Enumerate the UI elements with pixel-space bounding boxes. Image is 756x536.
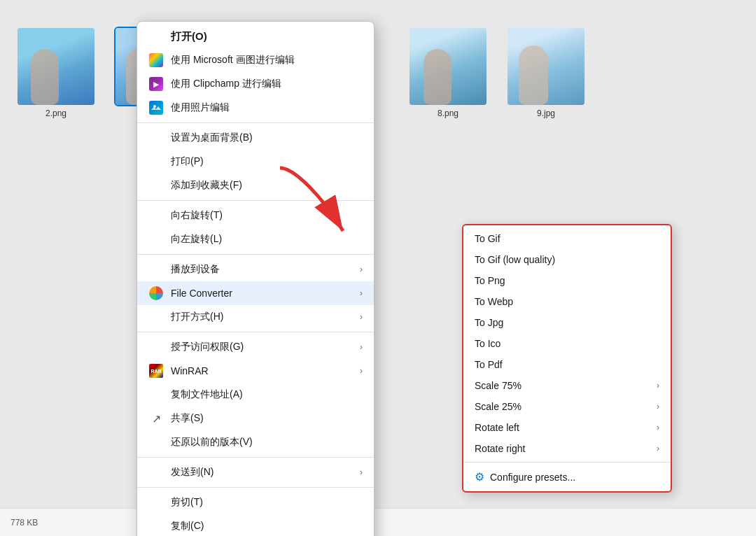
cast-icon [148,262,164,277]
submenu-rotate-left[interactable]: Rotate left › [463,417,671,438]
submenu-to-gif[interactable]: To Gif [463,228,671,249]
ctx-send-to[interactable]: 发送到(N) › [137,460,374,484]
configure-label: Configure presets... [490,472,575,483]
ctx-open-label: 打开(O) [171,30,363,43]
rotate-right-label: Rotate right [475,443,525,454]
ctx-print[interactable]: 打印(P) [137,150,374,174]
thumb-image-2png [18,28,94,105]
ctx-photos-label: 使用照片编辑 [171,101,363,114]
submenu-to-jpg[interactable]: To Jpg [463,312,671,333]
ctx-rotate-right-label: 向右旋转(T) [171,209,363,222]
favorites-icon [148,178,164,193]
file-item-2png[interactable]: 2.png [14,28,98,118]
ctx-fileconv[interactable]: File Converter › [137,281,374,305]
rotate-left-label: Rotate left [475,422,519,433]
ctx-photos[interactable]: 使用照片编辑 [137,96,374,120]
ctx-open-with[interactable]: 打开方式(H) › [137,305,374,329]
to-webp-label: To Webp [475,296,513,307]
rotate-left-arrow: › [657,423,659,432]
submenu-to-png[interactable]: To Png [463,270,671,291]
ctx-copy-path[interactable]: 复制文件地址(A) [137,383,374,407]
ctx-fileconv-label: File Converter [171,288,353,299]
ctx-print-label: 打印(P) [171,155,363,168]
ctx-cut[interactable]: 剪切(T) [137,491,374,514]
open-icon [148,29,164,44]
ctx-open-with-label: 打开方式(H) [171,311,353,323]
thumb-image-8png [410,28,486,105]
ctx-cut-label: 剪切(T) [171,496,363,509]
ctx-copy-path-label: 复制文件地址(A) [171,388,363,401]
mspaint-icon [148,52,164,68]
ctx-mspaint[interactable]: 使用 Microsoft 画图进行编辑 [137,48,374,72]
file-label-8png: 8.png [438,108,458,118]
file-thumb-8png [410,28,486,105]
copy-icon [148,519,164,534]
submenu-scale-75[interactable]: Scale 75% › [463,375,671,396]
submenu-configure[interactable]: ⚙ Configure presets... [463,465,671,488]
ctx-favorites[interactable]: 添加到收藏夹(F) [137,174,374,197]
context-menu: 打开(O) 使用 Microsoft 画图进行编辑 ▶ 使用 Clipchamp… [136,21,374,536]
ctx-grant-access[interactable]: 授予访问权限(G) › [137,335,374,359]
file-size-label: 778 KB [10,518,38,528]
status-bar: 778 KB [0,508,756,536]
to-jpg-label: To Jpg [475,317,503,328]
rotate-left-icon [148,232,164,247]
to-pdf-label: To Pdf [475,359,503,370]
file-thumb-2png [18,28,94,105]
submenu-sep [463,462,671,463]
share-icon: ↗ [148,411,164,426]
file-item-8png[interactable]: 8.png [406,28,490,118]
rotate-right-icon [148,208,164,223]
open-with-arrow: › [360,312,363,322]
rotate-right-arrow: › [657,444,659,453]
ctx-sep-1 [137,122,374,123]
ctx-open[interactable]: 打开(O) [137,24,374,48]
scale-75-arrow: › [657,381,659,390]
ctx-sep-2 [137,200,374,201]
fileconv-arrow: › [360,288,363,298]
submenu-to-webp[interactable]: To Webp [463,291,671,312]
ctx-rotate-left[interactable]: 向左旋转(L) [137,227,374,251]
submenu-to-pdf[interactable]: To Pdf [463,354,671,375]
ctx-clipchamp-label: 使用 Clipchamp 进行编辑 [171,78,363,90]
ctx-share[interactable]: ↗ 共享(S) [137,407,374,430]
file-item-9jpg[interactable]: 9.jpg [504,28,588,118]
ctx-rotate-left-label: 向左旋转(L) [171,233,363,246]
submenu-scale-25[interactable]: Scale 25% › [463,396,671,417]
ctx-winrar[interactable]: RAR WinRAR › [137,359,374,383]
ctx-favorites-label: 添加到收藏夹(F) [171,179,363,192]
ctx-mspaint-label: 使用 Microsoft 画图进行编辑 [171,54,363,66]
submenu-to-gif-lq[interactable]: To Gif (low quality) [463,249,671,270]
submenu-rotate-right[interactable]: Rotate right › [463,438,671,459]
to-gif-label: To Gif [475,233,500,244]
clipchamp-icon: ▶ [148,76,164,92]
print-icon [148,154,164,169]
ctx-clipchamp[interactable]: ▶ 使用 Clipchamp 进行编辑 [137,72,374,96]
ctx-sep-4 [137,332,374,332]
cut-icon [148,495,164,510]
grant-access-arrow: › [360,342,363,352]
gear-icon: ⚙ [475,470,484,484]
ctx-copy[interactable]: 复制(C) [137,514,374,536]
send-to-arrow: › [360,467,363,477]
ctx-wallpaper[interactable]: 设置为桌面背景(B) [137,126,374,150]
ctx-cast-label: 播放到设备 [171,263,353,276]
scale-25-label: Scale 25% [475,401,522,412]
ctx-wallpaper-label: 设置为桌面背景(B) [171,132,363,144]
submenu-to-ico[interactable]: To Ico [463,333,671,354]
ctx-restore[interactable]: 还原以前的版本(V) [137,430,374,454]
file-converter-submenu: To Gif To Gif (low quality) To Png To We… [462,224,672,493]
ctx-restore-label: 还原以前的版本(V) [171,436,363,449]
fileconv-icon [148,285,164,301]
ctx-copy-label: 复制(C) [171,520,363,533]
thumb-image-9jpg [507,28,584,105]
copy-path-icon [148,387,164,402]
ctx-rotate-right[interactable]: 向右旋转(T) [137,204,374,227]
to-ico-label: To Ico [475,338,500,349]
scale-75-label: Scale 75% [475,380,522,391]
photos-icon [148,100,164,115]
open-with-icon [148,309,164,325]
ctx-cast[interactable]: 播放到设备 › [137,258,374,281]
file-label-2png: 2.png [46,108,66,118]
ctx-send-to-label: 发送到(N) [171,466,353,479]
